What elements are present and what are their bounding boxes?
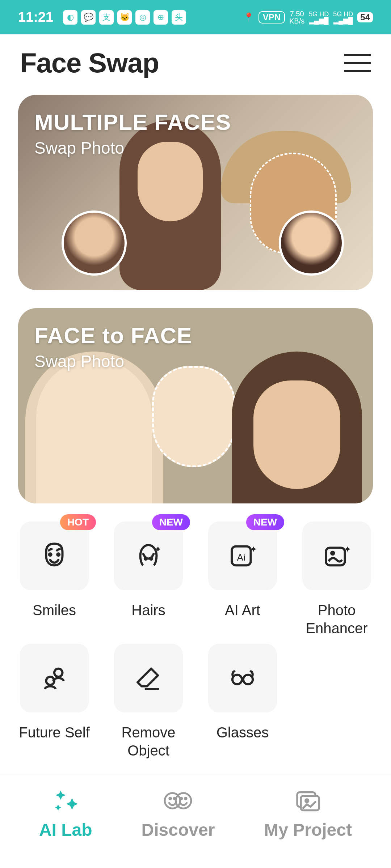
decorative-face-right <box>232 352 362 503</box>
tool-hairs[interactable]: NEW Hairs <box>112 522 185 637</box>
app-header: Face Swap <box>0 34 391 88</box>
faces-icon <box>163 788 193 813</box>
gallery-icon <box>293 788 323 813</box>
face-bubble-1 <box>62 210 127 276</box>
svg-point-3 <box>150 558 152 559</box>
main-content: MULTIPLE FACES Swap Photo FACE to FACE S… <box>0 88 391 760</box>
svg-point-17 <box>185 798 187 800</box>
tool-remove-object[interactable]: Remove Object <box>112 644 185 760</box>
status-right: 📍 VPN 7.50 KB/s 5G HD ▂▄▆█ 5G HD ▂▄▆█ 54 <box>243 10 373 25</box>
netspeed-indicator: 7.50 KB/s <box>289 10 304 25</box>
card-multiple-faces[interactable]: MULTIPLE FACES Swap Photo <box>18 95 373 290</box>
signal-bars-icon: ▂▄▆█ <box>333 17 353 24</box>
card-face-to-face[interactable]: FACE to FACE Swap Photo <box>18 308 373 503</box>
card-multiple-subtitle: Swap Photo <box>34 138 124 158</box>
notif-icon-7: 头 <box>172 10 186 25</box>
nav-label: AI Lab <box>39 820 92 840</box>
tool-label: Remove Object <box>112 723 185 760</box>
svg-point-20 <box>305 799 308 802</box>
glasses-icon <box>226 662 259 694</box>
tool-label: Smiles <box>33 601 76 619</box>
vpn-badge: VPN <box>258 11 285 24</box>
svg-rect-6 <box>326 548 345 566</box>
svg-point-14 <box>169 798 171 800</box>
tool-ai-art[interactable]: NEW Ai AI Art <box>206 522 279 637</box>
signal-1: 5G HD ▂▄▆█ <box>309 11 329 24</box>
app-title: Face Swap <box>20 47 159 78</box>
notif-icon-1: ◐ <box>63 10 77 25</box>
eraser-icon <box>132 662 165 694</box>
nav-label: My Project <box>264 820 352 840</box>
svg-point-2 <box>145 558 147 559</box>
tool-photo-enhancer[interactable]: Photo Enhancer <box>300 522 373 637</box>
card-f2f-subtitle: Swap Photo <box>34 352 124 371</box>
notif-icon-6: ⊕ <box>154 10 168 25</box>
decorative-face-outline <box>152 366 235 467</box>
new-badge: NEW <box>246 514 284 530</box>
nav-discover[interactable]: Discover <box>142 788 215 840</box>
svg-point-7 <box>331 552 334 555</box>
status-tray-icons: ◐ 💬 支 🐱 ◎ ⊕ 头 <box>63 10 186 25</box>
bottom-nav: AI Lab Discover My Project <box>0 774 391 868</box>
status-bar: 11:21 ◐ 💬 支 🐱 ◎ ⊕ 头 📍 VPN 7.50 KB/s 5G H… <box>0 0 391 34</box>
location-icon: 📍 <box>243 12 254 22</box>
tool-label: Glasses <box>216 723 269 741</box>
nav-ai-lab[interactable]: AI Lab <box>39 788 92 840</box>
svg-point-16 <box>181 798 182 800</box>
tool-label: Hairs <box>131 601 165 619</box>
smile-icon <box>38 540 71 572</box>
decorative-person-1 <box>119 120 221 290</box>
notif-icon-3: 支 <box>99 10 114 25</box>
tool-smiles[interactable]: HOT Smiles <box>18 522 91 637</box>
menu-icon[interactable] <box>344 54 371 72</box>
svg-point-15 <box>174 798 176 800</box>
decorative-face-left <box>36 359 152 503</box>
svg-point-13 <box>176 793 192 809</box>
notif-icon-2: 💬 <box>81 10 96 25</box>
svg-point-1 <box>57 553 59 556</box>
face-bubble-2 <box>279 210 344 276</box>
status-left: 11:21 ◐ 💬 支 🐱 ◎ ⊕ 头 <box>18 9 186 25</box>
tool-label: AI Art <box>225 601 260 619</box>
nav-label: Discover <box>142 820 215 840</box>
battery-indicator: 54 <box>357 12 373 22</box>
nav-my-project[interactable]: My Project <box>264 788 352 840</box>
tool-glasses[interactable]: Glasses <box>206 644 279 760</box>
card-multiple-title: MULTIPLE FACES <box>34 109 231 135</box>
future-self-icon <box>38 662 71 694</box>
card-f2f-title: FACE to FACE <box>34 323 192 348</box>
ai-art-icon: Ai <box>226 540 259 572</box>
new-badge: NEW <box>152 514 190 530</box>
tool-label: Future Self <box>19 723 90 741</box>
hairs-icon <box>132 540 165 572</box>
notif-icon-4: 🐱 <box>117 10 132 25</box>
sparkles-icon <box>50 788 81 813</box>
status-time: 11:21 <box>18 9 53 25</box>
hot-badge: HOT <box>60 514 96 530</box>
signal-bars-icon: ▂▄▆█ <box>309 17 329 24</box>
svg-point-9 <box>54 669 63 677</box>
photo-enhancer-icon <box>320 540 353 572</box>
tools-grid: HOT Smiles NEW Hairs <box>18 522 373 760</box>
svg-point-0 <box>49 553 51 556</box>
svg-text:Ai: Ai <box>237 552 245 563</box>
notif-icon-5: ◎ <box>135 10 150 25</box>
signal-2: 5G HD ▂▄▆█ <box>333 11 353 24</box>
tool-future-self[interactable]: Future Self <box>18 644 91 760</box>
tool-label: Photo Enhancer <box>300 601 373 637</box>
